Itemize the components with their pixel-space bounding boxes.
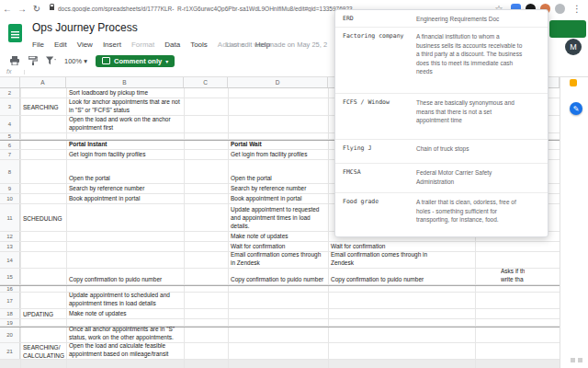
cell-d7[interactable]: Get login from facility profiles <box>231 150 307 158</box>
row-number[interactable]: 18 <box>0 309 20 318</box>
menu-view[interactable]: View <box>77 40 93 49</box>
row-number[interactable]: 10 <box>0 194 20 203</box>
lock-icon <box>50 6 54 10</box>
row-number[interactable]: 21 <box>0 343 20 359</box>
row-number[interactable]: 19 <box>0 319 20 326</box>
col-header-b[interactable]: B <box>66 77 184 87</box>
cell-d13[interactable]: Wait for confirmation <box>231 242 285 250</box>
menu-insert[interactable]: Insert <box>103 40 121 49</box>
row-number[interactable]: 14 <box>0 252 20 268</box>
share-button[interactable] <box>549 20 586 38</box>
row-number[interactable]: 16 <box>0 286 20 292</box>
cell-b20[interactable]: Once all anchor appointments are in "S" … <box>69 325 175 341</box>
cell-a21[interactable]: SEARCHING/ CALCULATING <box>23 343 64 360</box>
paint-format-icon[interactable] <box>28 56 38 66</box>
cell-d11[interactable]: Update appointment to requested and appo… <box>231 205 319 230</box>
row-number[interactable]: 7 <box>0 150 20 159</box>
cell-a18[interactable]: UPDATING <box>23 310 53 318</box>
scrollbar-button[interactable] <box>578 358 582 362</box>
menu-edit[interactable]: Edit <box>54 40 67 49</box>
cell-b17[interactable]: Update appointment to scheduled and appo… <box>69 291 170 307</box>
cell-b6[interactable]: Portal Instant <box>69 140 107 148</box>
glossary-popup[interactable]: ERD Engineering Requirements Doc Factori… <box>334 9 548 237</box>
menu-data[interactable]: Data <box>164 40 180 49</box>
menu-tools[interactable]: Tools <box>190 40 208 49</box>
mode-button-label: Comment only <box>114 57 162 65</box>
cell-b21[interactable]: Open the load and calculate feasible app… <box>69 341 168 358</box>
cell-b4[interactable]: Open the load and work on the anchor app… <box>69 115 171 132</box>
cell-d15[interactable]: Copy confirmation to puido number <box>231 275 323 283</box>
scrollbar-button[interactable] <box>571 358 575 362</box>
scrollbar-gutter[interactable] <box>560 77 588 368</box>
cell-b2[interactable]: Sort loadboard by pickup time <box>69 88 148 97</box>
cell-b15[interactable]: Copy confirmation to puido number <box>69 275 162 283</box>
url-text[interactable]: docs.google.com/spreadsheets/d/1777KLR-_… <box>58 6 353 12</box>
row-number[interactable]: 17 <box>0 293 20 308</box>
mode-caret-icon: ▾ <box>165 58 168 64</box>
glossary-definition: A financial institution to whom a busine… <box>416 32 540 93</box>
cell-b3[interactable]: Look for anchor appointments that are no… <box>69 98 180 114</box>
sheets-logo-icon[interactable] <box>8 24 22 42</box>
row-number[interactable]: 3 <box>0 98 20 115</box>
row-number[interactable]: 9 <box>0 184 20 193</box>
cell-b7[interactable]: Get login from facility profiles <box>69 150 145 158</box>
cell-f15[interactable]: Asks if th write tha <box>501 267 525 283</box>
row-number[interactable]: 12 <box>0 232 20 241</box>
cell-a3[interactable]: SEARCHING <box>23 103 59 111</box>
print-icon[interactable] <box>9 56 19 66</box>
glossary-entry: ERD Engineering Requirements Doc <box>335 10 548 27</box>
forward-icon[interactable]: → <box>15 4 29 14</box>
cell-b18[interactable]: Make note of updates <box>69 309 127 317</box>
glossary-entry: Food grade A trailer that is clean, odor… <box>335 192 548 237</box>
cell-e13[interactable]: Wait for confirmation <box>331 242 385 250</box>
row-number[interactable]: 13 <box>0 242 20 251</box>
cell-b8[interactable]: Open the portal <box>69 174 110 182</box>
glossary-definition: Engineering Requirements Doc <box>416 15 540 27</box>
col-header-a[interactable]: A <box>20 77 66 87</box>
cell-d12[interactable]: Make note of updates <box>231 232 288 240</box>
refresh-icon[interactable]: ↻ <box>29 4 44 14</box>
cell-d6[interactable]: Portal Wait <box>231 140 262 148</box>
col-header-c[interactable]: C <box>184 77 228 87</box>
comment-only-mode-button[interactable]: Comment only ▾ <box>96 55 175 67</box>
cell-d14[interactable]: Email confirmation comes through in Zend… <box>231 250 321 267</box>
glossary-term: FMCSA <box>343 168 416 192</box>
cell-e15[interactable]: Copy confirmation to puido number <box>331 275 424 283</box>
row-number[interactable]: 20 <box>0 328 20 342</box>
document-title[interactable]: Ops Journey Process <box>32 21 138 34</box>
last-edit-status[interactable]: Last edit was made on May 25, 2 <box>226 40 333 49</box>
cell-b10[interactable]: Book appointment in portal <box>69 194 140 202</box>
star-document-icon[interactable]: ☆ <box>108 23 116 32</box>
row-number[interactable]: 2 <box>0 88 20 98</box>
cell-b9[interactable]: Search by reference number <box>69 184 144 192</box>
row-number[interactable]: 4 <box>0 116 20 132</box>
sheet-row-14: 14 Email confirmation comes through in Z… <box>0 252 560 269</box>
glossary-entry: Factoring company A financial institutio… <box>335 27 548 93</box>
row-number[interactable]: 15 <box>0 269 20 284</box>
back-icon[interactable]: ← <box>0 4 15 14</box>
glossary-definition: A trailer that is clean, odorless, free … <box>416 198 540 237</box>
menu-file[interactable]: File <box>32 40 44 49</box>
cell-e14[interactable]: Email confirmation comes through in Zend… <box>331 250 427 267</box>
cell-d10[interactable]: Book appointment in portal <box>231 194 301 202</box>
glossary-entry: FCFS / Window These are basically synony… <box>335 93 548 139</box>
overflow-menu-icon[interactable]: ⋮ <box>570 4 584 14</box>
formula-bar-divider <box>24 70 25 75</box>
cell-d8[interactable]: Open the portal <box>231 174 272 182</box>
row-number[interactable]: 6 <box>0 141 20 149</box>
extensions-puzzle-icon[interactable] <box>555 4 565 14</box>
scroll-marker[interactable] <box>570 79 577 86</box>
col-header-d[interactable]: D <box>228 77 328 87</box>
glossary-term: ERD <box>343 15 416 27</box>
zoom-select[interactable]: 100% ▾ <box>64 57 87 65</box>
glossary-definition: Federal Motor Carrier Safety Administrat… <box>416 168 540 192</box>
cell-a11[interactable]: SCHEDULING <box>23 213 62 222</box>
filter-icon[interactable] <box>46 56 56 66</box>
row-number[interactable]: 5 <box>0 133 20 139</box>
row-number[interactable]: 8 <box>0 160 20 183</box>
select-all-corner[interactable] <box>0 77 20 87</box>
edit-mode-fab[interactable]: ✎ <box>570 102 582 115</box>
row-number[interactable]: 11 <box>0 204 20 231</box>
cell-d9[interactable]: Search by reference number <box>231 184 306 192</box>
sheet-row-21: 21 SEARCHING/ CALCULATING Open the load … <box>0 343 560 360</box>
